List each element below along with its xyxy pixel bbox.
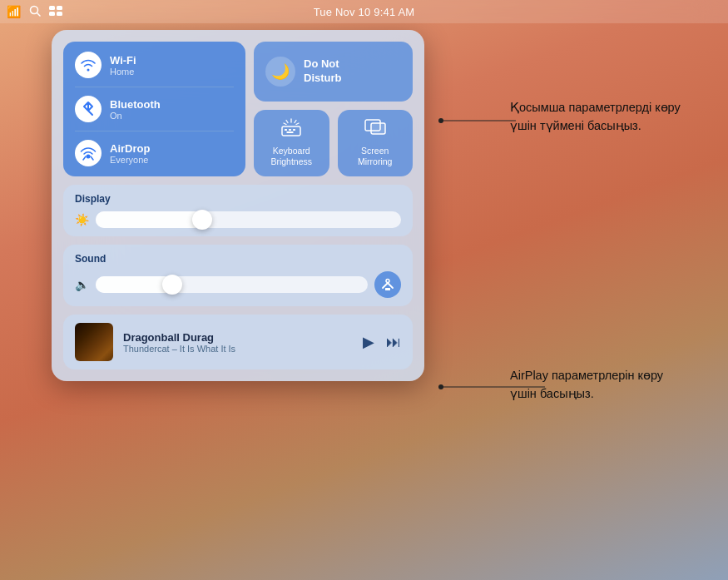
search-menubar-icon[interactable] [29, 5, 41, 19]
network-card: Wi-Fi Home Bluetooth On [63, 42, 245, 176]
svg-line-1 [37, 12, 41, 16]
wifi-icon [75, 52, 102, 78]
airplay-button[interactable] [374, 271, 401, 298]
svg-rect-4 [49, 12, 55, 16]
svg-rect-5 [57, 12, 62, 16]
track-artist: Thundercat – It Is What It Is [123, 344, 353, 354]
menubar: 📶 Tue Nov 10 9:41 AM [0, 0, 728, 23]
dnd-annotation: Қосымша параметрлерді көру үшін түймені … [510, 98, 685, 136]
screen-mirroring-card[interactable]: ScreenMirroring [338, 110, 414, 176]
svg-point-22 [386, 280, 389, 283]
display-label: Display [75, 193, 401, 205]
sound-slider-thumb[interactable] [162, 275, 182, 295]
svg-line-17 [284, 123, 286, 125]
svg-line-15 [286, 120, 288, 122]
dnd-card[interactable]: 🌙 Do NotDisturb [254, 42, 413, 102]
fast-forward-button[interactable]: ⏭ [386, 334, 401, 351]
svg-rect-20 [371, 123, 385, 134]
airdrop-item[interactable]: AirDrop Everyone [75, 140, 234, 166]
sound-slider-fill [96, 276, 172, 293]
bluetooth-item[interactable]: Bluetooth On [75, 96, 234, 122]
display-slider-row: ☀️ [75, 211, 401, 228]
dnd-icon: 🌙 [265, 57, 295, 87]
play-button[interactable]: ▶ [363, 333, 374, 351]
svg-rect-2 [49, 6, 55, 10]
svg-line-7 [83, 156, 86, 160]
bluetooth-icon [75, 96, 102, 122]
svg-rect-10 [285, 129, 287, 131]
sound-section: Sound 🔈 [63, 245, 413, 306]
display-slider-thumb[interactable] [192, 210, 212, 230]
svg-rect-11 [289, 129, 291, 131]
wifi-text: Wi-Fi Home [110, 54, 136, 77]
svg-line-16 [295, 120, 296, 122]
album-art-image [75, 323, 113, 361]
airdrop-text: AirDrop Everyone [110, 142, 150, 165]
track-info: Dragonball Durag Thundercat – It Is What… [123, 331, 353, 354]
svg-rect-9 [282, 126, 300, 136]
keyboard-brightness-card[interactable]: KeyboardBrightness [254, 110, 329, 176]
menubar-datetime: Tue Nov 10 9:41 AM [314, 6, 415, 18]
svg-rect-12 [293, 129, 295, 131]
player-controls: ▶ ⏭ [363, 333, 401, 351]
now-playing-section: Dragonball Durag Thundercat – It Is What… [63, 315, 413, 369]
display-section: Display ☀️ [63, 185, 413, 236]
album-art [75, 323, 113, 361]
sound-slider-row: 🔈 [75, 271, 401, 298]
sound-slider-track[interactable] [96, 276, 368, 293]
menubar-left-icons: 📶 [0, 0, 62, 23]
wifi-item[interactable]: Wi-Fi Home [75, 52, 234, 78]
wifi-menubar-icon[interactable]: 📶 [7, 5, 21, 18]
svg-point-24 [438, 118, 443, 123]
dnd-label: Do NotDisturb [304, 57, 342, 86]
track-name: Dragonball Durag [123, 331, 353, 344]
top-row: Wi-Fi Home Bluetooth On [63, 42, 413, 176]
airdrop-icon [75, 140, 102, 166]
svg-line-18 [296, 123, 299, 125]
bluetooth-text: Bluetooth On [110, 98, 161, 121]
screen-mirroring-label: ScreenMirroring [358, 146, 392, 168]
airplay-annotation: AirPlay параметрлерін көру үшін басыңыз. [510, 366, 685, 404]
keyboard-brightness-icon [280, 118, 302, 141]
svg-point-26 [438, 384, 443, 389]
svg-line-8 [91, 156, 93, 160]
control-center-panel: Wi-Fi Home Bluetooth On [52, 30, 424, 381]
display-slider-track[interactable] [96, 211, 401, 228]
cc-menubar-icon[interactable] [49, 5, 62, 19]
svg-point-6 [87, 155, 91, 159]
small-buttons: KeyboardBrightness ScreenMirroring [254, 110, 413, 176]
svg-rect-13 [287, 131, 294, 133]
screen-mirroring-icon [364, 118, 386, 141]
brightness-icon: ☀️ [75, 213, 89, 226]
display-slider-fill [96, 211, 202, 228]
right-column: 🌙 Do NotDisturb [254, 42, 413, 176]
volume-icon: 🔈 [75, 278, 89, 291]
keyboard-brightness-label: KeyboardBrightness [270, 146, 312, 168]
sound-label: Sound [75, 253, 401, 265]
svg-rect-21 [385, 288, 390, 290]
svg-rect-3 [57, 6, 62, 10]
